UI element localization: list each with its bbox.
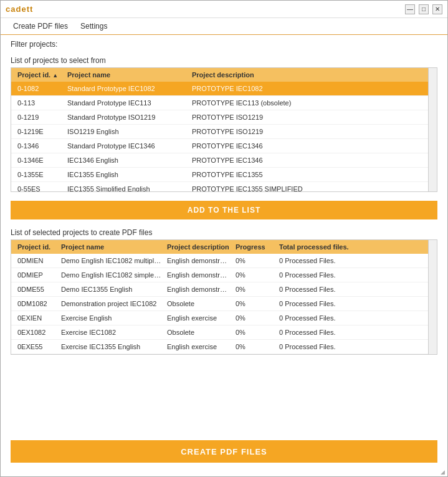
- cell-project-desc: Obsolete: [164, 327, 233, 337]
- table-row[interactable]: 0-113 Standard Prototype IEC113 PROTOTYP…: [11, 96, 428, 110]
- cell-project-id: 0DM1082: [15, 299, 59, 309]
- filter-label: Filter projects:: [11, 40, 437, 49]
- bottom-section: List of selected projects to create PDF …: [11, 228, 437, 355]
- cell-progress: 0%: [233, 284, 277, 294]
- th-project-id-bottom: Project id.: [15, 242, 59, 252]
- table-row[interactable]: 0-1219 Standard Prototype ISO1219 PROTOT…: [11, 110, 428, 125]
- minimize-button[interactable]: —: [405, 4, 415, 14]
- cell-project-id: 0-55ES: [15, 184, 65, 191]
- cell-project-name: ISO1219 English: [65, 127, 189, 137]
- bottom-table-scroll: Project id. Project name Project descrip…: [11, 240, 428, 354]
- table-row[interactable]: 0DMIEP Demo English IEC1082 simple i.d. …: [11, 268, 428, 282]
- close-button[interactable]: ✕: [432, 4, 442, 14]
- menu-settings[interactable]: Settings: [78, 21, 110, 32]
- app-logo: cadett: [6, 4, 33, 14]
- cell-empty: [416, 98, 424, 108]
- cell-empty: [416, 84, 424, 94]
- menu-bar: Create PDF files Settings: [1, 18, 447, 35]
- maximize-button[interactable]: □: [419, 4, 429, 14]
- cell-project-id: 0DMIEP: [15, 270, 59, 280]
- cell-progress: 0%: [233, 313, 277, 323]
- content-area: Filter projects: List of projects to sel…: [1, 35, 447, 435]
- table-row[interactable]: 0DMIEN Demo English IEC1082 multiple lev…: [11, 254, 428, 268]
- sort-icon: ▲: [52, 72, 58, 79]
- cell-progress: 0%: [233, 256, 277, 266]
- cell-project-name: Exercise IEC1082: [59, 327, 164, 337]
- cell-project-desc: PROTOTYPE IEC113 (obsolete): [189, 98, 416, 108]
- cell-total-processed: 0 Processed Files.: [277, 256, 424, 266]
- cell-project-id: 0-1346: [15, 141, 65, 151]
- cell-project-name: Exercise IEC1355 English: [59, 342, 164, 352]
- window-controls: — □ ✕: [405, 4, 442, 14]
- cell-progress: 0%: [233, 299, 277, 309]
- cell-empty: [416, 141, 424, 151]
- cell-project-desc: PROTOTYPE IEC1082: [189, 84, 416, 94]
- cell-project-name: Exercise English: [59, 313, 164, 323]
- bottom-bar: ◢: [1, 468, 447, 476]
- cell-project-desc: Obsolete: [164, 299, 233, 309]
- cell-project-desc: English demonstrati...: [164, 256, 233, 266]
- table-row[interactable]: 0EXIEN Exercise English English exercise…: [11, 311, 428, 325]
- th-project-name-bottom: Project name: [59, 242, 164, 252]
- table-row[interactable]: 0-1355E IEC1355 English PROTOTYPE IEC135…: [11, 168, 428, 182]
- top-scrollbar[interactable]: [428, 68, 437, 191]
- cell-project-desc: English exercise: [164, 342, 233, 352]
- table-row[interactable]: 0-1082 Standard Prototype IEC1082 PROTOT…: [11, 82, 428, 96]
- cell-project-id: 0-1082: [15, 84, 65, 94]
- table-row[interactable]: 0-1219E ISO1219 English PROTOTYPE ISO121…: [11, 125, 428, 139]
- table-row[interactable]: 0EX1082 Exercise IEC1082 Obsolete 0% 0 P…: [11, 325, 428, 340]
- cell-project-desc: PROTOTYPE ISO1219: [189, 127, 416, 137]
- cell-project-desc: PROTOTYPE IEC1355: [189, 170, 416, 180]
- cell-progress: 0%: [233, 327, 277, 337]
- cell-project-desc: English demonstrati...: [164, 284, 233, 294]
- bottom-table-wrapper: Project id. Project name Project descrip…: [11, 239, 437, 355]
- cell-project-id: 0DME55: [15, 284, 59, 294]
- cell-project-id: 0-1355E: [15, 170, 65, 180]
- table-row[interactable]: 0-55ES IEC1355 Simplified English PROTOT…: [11, 182, 428, 191]
- th-project-name-top: Project name: [65, 70, 189, 80]
- top-section-title: List of projects to select from: [11, 56, 437, 65]
- cell-empty: [416, 170, 424, 180]
- cell-total-processed: 0 Processed Files.: [277, 299, 424, 309]
- th-total-processed: Total processed files.: [277, 242, 424, 252]
- cell-project-name: IEC1355 English: [65, 170, 189, 180]
- cell-total-processed: 0 Processed Files.: [277, 342, 424, 352]
- top-section: List of projects to select from Project …: [11, 56, 437, 192]
- cell-empty: [416, 184, 424, 191]
- add-to-list-button[interactable]: ADD TO THE LIST: [11, 201, 437, 219]
- cell-project-name: IEC1355 Simplified English: [65, 184, 189, 191]
- table-row[interactable]: 0-1346E IEC1346 English PROTOTYPE IEC134…: [11, 153, 428, 168]
- cell-empty: [416, 127, 424, 137]
- cell-project-desc: PROTOTYPE ISO1219: [189, 112, 416, 122]
- cell-project-desc: English demonstrati...: [164, 270, 233, 280]
- cell-project-name: Demo English IEC1082 simple i.d.: [59, 270, 164, 280]
- cell-project-name: Standard Prototype IEC1082: [65, 84, 189, 94]
- table-row[interactable]: 0-1346 Standard Prototype IEC1346 PROTOT…: [11, 139, 428, 153]
- cell-project-desc: PROTOTYPE IEC1346: [189, 155, 416, 165]
- bottom-scrollbar[interactable]: [428, 240, 437, 354]
- create-pdf-button[interactable]: CREATE PDF FILES: [11, 440, 437, 463]
- cell-project-id: 0EXIEN: [15, 313, 59, 323]
- cell-project-desc: English exercise: [164, 313, 233, 323]
- cell-total-processed: 0 Processed Files.: [277, 284, 424, 294]
- cell-project-id: 0-1219: [15, 112, 65, 122]
- title-bar: cadett — □ ✕: [1, 1, 447, 18]
- table-row[interactable]: 0DM1082 Demonstration project IEC1082 Ob…: [11, 297, 428, 311]
- cell-empty: [416, 112, 424, 122]
- th-project-id-top: Project id. ▲: [15, 70, 65, 80]
- cell-project-name: Demo IEC1355 English: [59, 284, 164, 294]
- menu-create-pdf[interactable]: Create PDF files: [11, 21, 70, 32]
- table-row[interactable]: 0DME55 Demo IEC1355 English English demo…: [11, 282, 428, 297]
- cell-progress: 0%: [233, 270, 277, 280]
- top-table-wrapper: Project id. ▲ Project name Project descr…: [11, 67, 437, 192]
- th-project-desc-bottom: Project description: [164, 242, 233, 252]
- cell-empty: [416, 155, 424, 165]
- cell-project-name: Demonstration project IEC1082: [59, 299, 164, 309]
- cell-project-desc: PROTOTYPE IEC1346: [189, 141, 416, 151]
- th-scroll-top: [416, 70, 424, 80]
- bottom-table-header: Project id. Project name Project descrip…: [11, 240, 428, 254]
- table-row[interactable]: 0EXE55 Exercise IEC1355 English English …: [11, 340, 428, 354]
- main-window: cadett — □ ✕ Create PDF files Settings F…: [0, 0, 448, 477]
- cell-project-id: 0-1346E: [15, 155, 65, 165]
- cell-total-processed: 0 Processed Files.: [277, 270, 424, 280]
